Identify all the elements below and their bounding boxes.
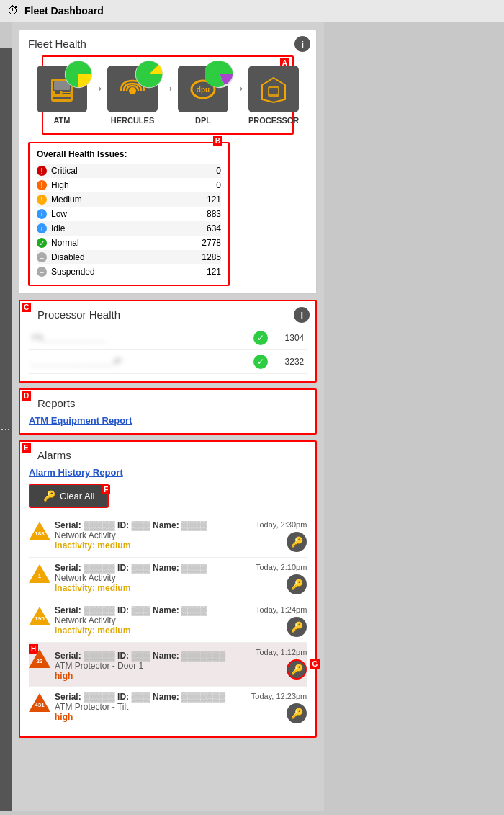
title-text: Fleet Dashboard bbox=[24, 5, 104, 17]
alarm-severity-5: high bbox=[55, 712, 238, 722]
health-row-medium: ! Medium 121 bbox=[37, 192, 221, 207]
disabled-count: 1285 bbox=[192, 252, 221, 262]
dpl-pie-badge bbox=[205, 60, 234, 89]
atm-icon-box bbox=[37, 66, 87, 112]
label-c: C bbox=[22, 303, 31, 312]
device-dpl: dpu DPL bbox=[178, 66, 228, 125]
alarm-body-2: Serial: ▓▓▓▓▓ ID: ▓▓▓ Name: ▓▓▓▓ Network… bbox=[55, 563, 238, 593]
idle-count: 634 bbox=[192, 223, 221, 233]
label-d: D bbox=[22, 391, 31, 401]
alarm-key-5[interactable]: 🔑 bbox=[287, 703, 307, 723]
processor-health-title: Processor Health bbox=[37, 308, 307, 321]
label-g: G bbox=[310, 659, 320, 669]
medium-dot: ! bbox=[37, 195, 47, 205]
high-count: 0 bbox=[192, 180, 221, 190]
hercules-pie-badge bbox=[135, 60, 163, 89]
fleet-health-panel: Fleet Health i A bbox=[19, 30, 317, 294]
low-label: Low bbox=[51, 209, 192, 219]
alarms-title: Alarms bbox=[37, 449, 307, 461]
alarms-panel: E Alarms Alarm History Report 🔑 Clear Al… bbox=[19, 440, 317, 738]
atm-pie-badge bbox=[64, 60, 93, 89]
clear-all-button[interactable]: 🔑 Clear All bbox=[29, 484, 109, 508]
title-icon: ⏱ bbox=[7, 4, 19, 17]
processor-label: PROCESSOR bbox=[248, 116, 299, 125]
proc-row-1: FN_____________ ✓ 1304 bbox=[29, 326, 307, 350]
alarm-badge-3: 195 bbox=[29, 605, 50, 627]
alarm-time-key-3: Today, 1:24pm 🔑 bbox=[242, 605, 307, 637]
alarm-severity-4: high bbox=[55, 671, 238, 681]
proc-check-2: ✓ bbox=[253, 355, 268, 369]
health-row-normal: ✓ Normal 2778 bbox=[37, 236, 221, 250]
atm-label: ATM bbox=[53, 116, 70, 125]
alarm-type-2: Network Activity bbox=[55, 573, 238, 583]
low-count: 883 bbox=[192, 209, 221, 219]
idle-dot: i bbox=[37, 223, 47, 233]
hercules-label: HERCULES bbox=[111, 116, 155, 125]
alarm-time-1: Today, 2:30pm bbox=[242, 520, 307, 529]
svg-rect-5 bbox=[62, 93, 71, 94]
alarm-badge-2: 1 bbox=[29, 563, 50, 584]
alarm-key-1[interactable]: 🔑 bbox=[287, 532, 307, 552]
alarm-type-1: Network Activity bbox=[55, 530, 238, 540]
alarm-badge-5: 431 bbox=[29, 692, 50, 713]
svg-rect-3 bbox=[55, 91, 60, 94]
alarm-time-5: Today, 12:23pm bbox=[242, 692, 307, 700]
hercules-icon-box bbox=[107, 66, 158, 112]
device-atm: ATM bbox=[37, 66, 87, 125]
key-icon: 🔑 bbox=[43, 490, 55, 502]
alarm-type-5: ATM Protector - Tilt bbox=[55, 702, 238, 712]
normal-dot: ✓ bbox=[37, 238, 47, 248]
disabled-label: Disabled bbox=[51, 252, 192, 262]
dpl-label: DPL bbox=[195, 116, 211, 125]
health-row-disabled: – Disabled 1285 bbox=[37, 250, 221, 264]
health-row-high: ! High 0 bbox=[37, 178, 221, 192]
high-dot: ! bbox=[37, 180, 47, 190]
processor-health-panel: C Processor Health i FN_____________ ✓ 1… bbox=[19, 300, 317, 383]
alarm-header-1: Serial: ▓▓▓▓▓ ID: ▓▓▓ Name: ▓▓▓▓ bbox=[55, 520, 238, 530]
svg-rect-4 bbox=[62, 91, 71, 92]
alarm-item-1: 188 Serial: ▓▓▓▓▓ ID: ▓▓▓ Name: ▓▓▓▓ Net… bbox=[29, 515, 307, 558]
alarm-header-4: Serial: ▓▓▓▓▓ ID: ▓▓▓ Name: ▓▓▓▓▓▓▓ bbox=[55, 651, 238, 661]
proc-name-1: FN_____________ bbox=[32, 333, 253, 343]
svg-rect-6 bbox=[53, 97, 71, 99]
alarm-header-5: Serial: ▓▓▓▓▓ ID: ▓▓▓ Name: ▓▓▓▓▓▓▓ bbox=[55, 692, 238, 702]
title-bar: ⏱ Fleet Dashboard bbox=[0, 0, 504, 22]
alarm-body-1: Serial: ▓▓▓▓▓ ID: ▓▓▓ Name: ▓▓▓▓ Network… bbox=[55, 520, 238, 551]
badge-num-1: 188 bbox=[35, 530, 44, 537]
fleet-health-info-btn[interactable]: i bbox=[294, 36, 310, 52]
processor-health-info-btn[interactable]: i bbox=[294, 307, 310, 323]
suspended-dot: – bbox=[37, 267, 47, 277]
health-row-critical: ! Critical 0 bbox=[37, 164, 221, 178]
proc-count-2: 3232 bbox=[275, 357, 304, 367]
alarm-key-2[interactable]: 🔑 bbox=[287, 574, 307, 594]
alarm-header-3: Serial: ▓▓▓▓▓ ID: ▓▓▓ Name: ▓▓▓▓ bbox=[55, 605, 238, 615]
alarm-time-2: Today, 2:10pm bbox=[242, 563, 307, 571]
reports-title: Reports bbox=[37, 397, 307, 409]
clear-all-label: Clear All bbox=[60, 491, 94, 502]
alarm-time-3: Today, 1:24pm bbox=[242, 605, 307, 614]
medium-label: Medium bbox=[51, 195, 192, 205]
badge-num-3: 195 bbox=[35, 615, 44, 622]
health-issues-title: Overall Health Issues: bbox=[37, 149, 221, 159]
label-e: E bbox=[22, 443, 31, 453]
alarm-severity-3: Inactivity: medium bbox=[55, 625, 238, 636]
medium-count: 121 bbox=[192, 195, 221, 205]
health-row-idle: i Idle 634 bbox=[37, 221, 221, 236]
normal-label: Normal bbox=[51, 238, 192, 248]
alarm-key-3[interactable]: 🔑 bbox=[287, 617, 307, 637]
alarm-item-3: 195 Serial: ▓▓▓▓▓ ID: ▓▓▓ Name: ▓▓▓▓ Net… bbox=[29, 600, 307, 643]
atm-equipment-report-link[interactable]: ATM Equipment Report bbox=[29, 415, 132, 426]
alarm-key-4[interactable]: 🔑 G bbox=[287, 659, 307, 680]
alarm-body-4: Serial: ▓▓▓▓▓ ID: ▓▓▓ Name: ▓▓▓▓▓▓▓ ATM … bbox=[55, 651, 238, 681]
proc-name-2: _________________IP bbox=[32, 357, 253, 367]
alarm-header-2: Serial: ▓▓▓▓▓ ID: ▓▓▓ Name: ▓▓▓▓ bbox=[55, 563, 238, 573]
alarm-time-key-5: Today, 12:23pm 🔑 bbox=[242, 692, 307, 723]
alarm-time-4: Today, 1:12pm bbox=[242, 648, 307, 656]
health-issues-box: B Overall Health Issues: ! Critical 0 ! … bbox=[28, 142, 230, 286]
alarm-badge-4: 23 bbox=[29, 648, 50, 669]
alarm-severity-1: Inactivity: medium bbox=[55, 540, 238, 551]
badge-num-4: 23 bbox=[37, 658, 43, 664]
alarm-time-key-2: Today, 2:10pm 🔑 bbox=[242, 563, 307, 594]
svg-rect-15 bbox=[269, 88, 278, 94]
alarm-history-link[interactable]: Alarm History Report bbox=[29, 467, 307, 478]
